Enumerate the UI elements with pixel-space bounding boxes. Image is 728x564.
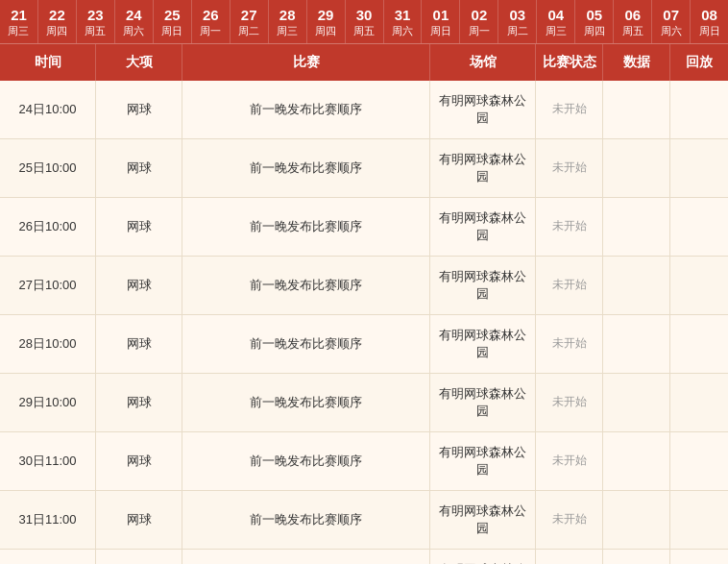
cell-match: 前一晚发布比赛顺序	[182, 491, 430, 549]
cell-status: 未开始	[536, 315, 603, 373]
cell-replay	[670, 550, 728, 564]
day-week: 周六	[654, 25, 688, 37]
date-cell-28[interactable]: 28 周三	[269, 0, 307, 43]
table-row: 25日10:00 网球 前一晚发布比赛顺序 有明网球森林公园 未开始	[0, 139, 728, 198]
cell-event: 网球	[96, 491, 182, 549]
cell-match: 前一晚发布比赛顺序	[182, 550, 430, 564]
table-row: 01日11:00 网球 前一晚发布比赛顺序 有明网球森林公园 未开始	[0, 550, 728, 564]
day-number: 31	[386, 6, 420, 25]
day-week: 周四	[309, 25, 343, 37]
cell-status: 未开始	[536, 198, 603, 256]
date-cell-06[interactable]: 06 周五	[614, 0, 652, 43]
cell-event: 网球	[96, 432, 182, 490]
cell-event: 网球	[96, 257, 182, 314]
date-cell-24[interactable]: 24 周六	[115, 0, 154, 43]
day-week: 周日	[156, 25, 189, 37]
cell-time: 24日10:00	[0, 81, 96, 138]
cell-time: 29日10:00	[0, 374, 96, 431]
cell-venue: 有明网球森林公园	[430, 257, 536, 314]
cell-data	[603, 81, 670, 138]
table-row: 26日10:00 网球 前一晚发布比赛顺序 有明网球森林公园 未开始	[0, 198, 728, 257]
cell-venue: 有明网球森林公园	[430, 198, 536, 256]
cell-event: 网球	[96, 374, 182, 431]
cell-venue: 有明网球森林公园	[430, 139, 536, 197]
day-week: 周日	[424, 25, 457, 37]
cell-event: 网球	[96, 139, 182, 197]
cell-data	[603, 550, 670, 564]
date-cell-07[interactable]: 07 周六	[652, 0, 691, 43]
day-number: 30	[348, 6, 381, 25]
table-row: 27日10:00 网球 前一晚发布比赛顺序 有明网球森林公园 未开始	[0, 257, 728, 315]
day-number: 23	[79, 6, 112, 25]
date-cell-25[interactable]: 25 周日	[154, 0, 192, 43]
day-week: 周五	[348, 25, 381, 37]
cell-venue: 有明网球森林公园	[430, 315, 536, 373]
day-week: 周三	[2, 25, 36, 37]
cell-data	[603, 432, 670, 490]
date-cell-22[interactable]: 22 周四	[38, 0, 77, 43]
cell-status: 未开始	[536, 432, 603, 490]
cell-replay	[670, 374, 728, 431]
day-number: 01	[424, 6, 457, 25]
cell-status: 未开始	[536, 550, 603, 564]
table-row: 30日11:00 网球 前一晚发布比赛顺序 有明网球森林公园 未开始	[0, 432, 728, 491]
header-match: 比赛	[182, 44, 430, 81]
date-cell-21[interactable]: 21 周三	[0, 0, 38, 43]
day-number: 04	[539, 6, 572, 25]
cell-venue: 有明网球森林公园	[430, 491, 536, 549]
day-number: 22	[40, 6, 74, 25]
cell-event: 网球	[96, 198, 182, 256]
day-number: 07	[654, 6, 688, 25]
date-cell-27[interactable]: 27 周二	[231, 0, 269, 43]
day-week: 周一	[462, 25, 496, 37]
date-cell-26[interactable]: 26 周一	[192, 0, 231, 43]
header-event: 大项	[96, 44, 182, 81]
cell-venue: 有明网球森林公园	[430, 374, 536, 431]
date-cell-23[interactable]: 23 周五	[77, 0, 115, 43]
day-week: 周四	[40, 25, 74, 37]
date-cell-30[interactable]: 30 周五	[346, 0, 384, 43]
table-row: 31日11:00 网球 前一晚发布比赛顺序 有明网球森林公园 未开始	[0, 491, 728, 550]
cell-replay	[670, 81, 728, 138]
date-cell-31[interactable]: 31 周六	[384, 0, 423, 43]
cell-data	[603, 315, 670, 373]
cell-match: 前一晚发布比赛顺序	[182, 81, 430, 138]
day-number: 03	[500, 6, 534, 25]
cell-event: 网球	[96, 81, 182, 138]
cell-venue: 有明网球森林公园	[430, 550, 536, 564]
date-cell-02[interactable]: 02 周一	[460, 0, 498, 43]
day-week: 周六	[386, 25, 420, 37]
table-row: 28日10:00 网球 前一晚发布比赛顺序 有明网球森林公园 未开始	[0, 315, 728, 374]
cell-time: 26日10:00	[0, 198, 96, 256]
day-number: 21	[2, 6, 36, 25]
cell-status: 未开始	[536, 257, 603, 314]
header-time: 时间	[0, 44, 96, 81]
date-cell-08[interactable]: 08 周日	[691, 0, 728, 43]
day-number: 08	[692, 6, 726, 25]
day-number: 27	[232, 6, 266, 25]
cell-time: 01日11:00	[0, 550, 96, 564]
cell-replay	[670, 432, 728, 490]
table-row: 29日10:00 网球 前一晚发布比赛顺序 有明网球森林公园 未开始	[0, 374, 728, 432]
table-body: 24日10:00 网球 前一晚发布比赛顺序 有明网球森林公园 未开始 25日10…	[0, 81, 728, 564]
date-cell-29[interactable]: 29 周四	[307, 0, 346, 43]
cell-venue: 有明网球森林公园	[430, 432, 536, 490]
cell-data	[603, 139, 670, 197]
date-cell-05[interactable]: 05 周四	[575, 0, 614, 43]
date-cell-04[interactable]: 04 周三	[537, 0, 575, 43]
header-status: 比赛状态	[536, 44, 603, 81]
cell-time: 31日11:00	[0, 491, 96, 549]
day-number: 24	[117, 6, 151, 25]
day-week: 周日	[692, 25, 726, 37]
table-row: 24日10:00 网球 前一晚发布比赛顺序 有明网球森林公园 未开始	[0, 81, 728, 139]
date-navigation: 21 周三 22 周四 23 周五 24 周六 25 周日 26 周一 27 周…	[0, 0, 728, 43]
header-data: 数据	[603, 44, 670, 81]
day-week: 周二	[500, 25, 534, 37]
cell-event: 网球	[96, 550, 182, 564]
date-cell-01[interactable]: 01 周日	[422, 0, 460, 43]
cell-replay	[670, 315, 728, 373]
cell-status: 未开始	[536, 374, 603, 431]
date-cell-03[interactable]: 03 周二	[498, 0, 537, 43]
cell-time: 27日10:00	[0, 257, 96, 314]
cell-data	[603, 374, 670, 431]
